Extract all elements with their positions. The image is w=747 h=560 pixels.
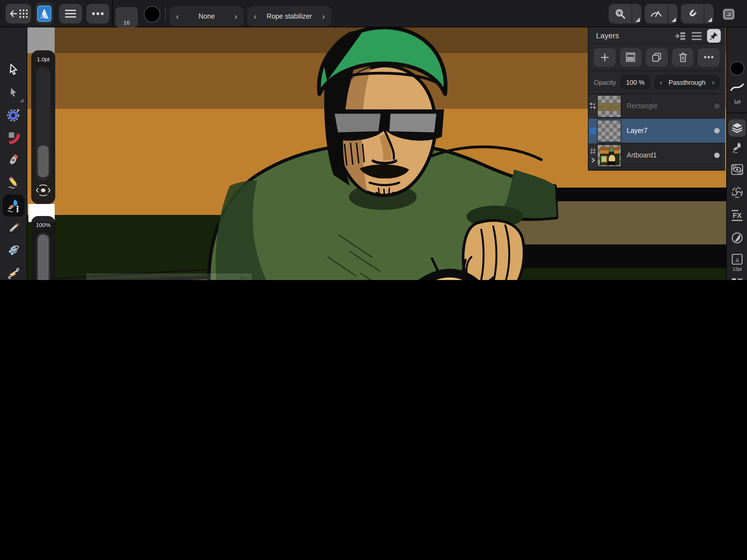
insert-target-icon[interactable] (674, 31, 686, 41)
blend-mode-stepper[interactable]: ‹ Passthrough › (654, 75, 720, 90)
layer-thumbnail (597, 95, 621, 117)
opacity-slider[interactable] (36, 232, 50, 280)
brush-size-field[interactable]: 16 (115, 7, 138, 27)
symmetry-stepper[interactable]: ‹ None › (170, 6, 244, 26)
mask-layer-button[interactable] (620, 48, 641, 67)
studio-tab-typography[interactable]: a (727, 253, 747, 265)
layer-name: Rectangle (627, 102, 714, 110)
back-home-button[interactable] (5, 4, 31, 24)
chevron-right-icon[interactable]: › (712, 78, 714, 86)
contour-tool[interactable] (3, 104, 25, 126)
symmetry-value: None (199, 12, 215, 20)
visibility-dot[interactable] (714, 128, 720, 133)
brush-size-value: 16 (123, 19, 130, 26)
list-options-icon[interactable] (691, 31, 702, 40)
opacity-row: Opacity 100 % ‹ Passthrough › (588, 71, 725, 94)
magnifier-icon (615, 8, 626, 19)
vector-brush-tool[interactable] (3, 195, 25, 217)
layers-more-button[interactable] (698, 48, 720, 67)
chevron-right-icon[interactable]: › (235, 12, 237, 20)
move-cursor-icon (7, 63, 20, 76)
stabilizer-value: Rope stabilizer (266, 12, 312, 20)
pin-panel-button[interactable] (707, 29, 721, 43)
svg-text:FX: FX (732, 211, 742, 220)
overlay-status-battery: 23% (239, 276, 247, 280)
add-layer-button[interactable] (594, 48, 616, 67)
move-tool[interactable] (3, 58, 25, 80)
layer-row-layer7[interactable]: Layer7 (588, 119, 725, 143)
studio-tab-paragraph[interactable] (727, 278, 747, 280)
duplicate-layer-button[interactable] (646, 48, 667, 67)
point-transform-tool[interactable] (3, 239, 25, 261)
pencil-icon (7, 176, 20, 189)
pencil-tool[interactable] (3, 172, 25, 194)
snapping-button[interactable] (681, 4, 704, 24)
current-brush-stroke[interactable] (727, 82, 747, 92)
studio-tab-fx[interactable]: FX (727, 209, 747, 222)
zoom-tool-button[interactable] (609, 4, 632, 24)
layer-name: Layer7 (627, 127, 714, 134)
opacity-slider-handle[interactable] (38, 235, 49, 280)
visibility-dot[interactable] (714, 153, 720, 158)
gauge-icon (650, 9, 662, 19)
delete-layer-button[interactable] (672, 48, 694, 67)
stabilizer-stepper[interactable]: ‹ Rope stabilizer › (247, 6, 331, 26)
vector-shape-badge-icon (588, 94, 597, 119)
chevron-left-icon[interactable]: ‹ (254, 12, 256, 20)
reference-image-overlay: 8:42 AM Sat Feb 24 en.wikipedia.org 23% … (86, 274, 252, 280)
paragraph-icon (731, 278, 743, 280)
studio-tab-brushes[interactable] (727, 142, 747, 154)
back-grid-icon (9, 8, 28, 19)
point-transform-icon (7, 244, 20, 256)
chevron-left-icon[interactable]: ‹ (660, 78, 662, 86)
stroke-preview-icon (730, 82, 744, 92)
chevron-right-icon[interactable]: › (322, 12, 325, 20)
knife-tool[interactable] (3, 217, 25, 239)
snapping-flyout[interactable] (704, 4, 714, 24)
pen-tool[interactable] (3, 149, 25, 171)
stroke-width-slider[interactable] (36, 67, 50, 180)
font-size-readout: 12pt (727, 266, 747, 272)
main-menu-button[interactable] (59, 4, 82, 24)
preview-eye-icon[interactable] (35, 184, 51, 196)
more-options-button[interactable] (86, 4, 109, 24)
overlay-status-left: 8:42 AM Sat Feb 24 (91, 276, 125, 280)
studio-tab-masking[interactable] (727, 164, 747, 175)
pixel-layer-badge-icon (588, 119, 597, 143)
node-tool[interactable] (3, 81, 25, 103)
layer-row-artboard1[interactable]: Artboard1 (588, 143, 725, 168)
studio-tab-colour[interactable] (727, 232, 747, 244)
window-mode-button[interactable] (723, 9, 735, 20)
visibility-dot[interactable] (714, 103, 720, 109)
fill-gradient-tool[interactable] (3, 262, 25, 280)
pasteboard-corner (27, 27, 55, 53)
magnet-icon (687, 8, 698, 19)
stroke-color-swatch[interactable] (144, 6, 160, 22)
preview-mode-button[interactable] (645, 4, 668, 24)
studio-tab-layers[interactable] (728, 119, 746, 137)
layers-panel-title: Layers (596, 31, 619, 40)
corner-icon (7, 131, 20, 144)
layers-actions-row (588, 44, 725, 71)
layer-row-rectangle[interactable]: Rectangle (588, 94, 725, 119)
swirl-icon (731, 186, 743, 199)
chevron-left-icon[interactable]: ‹ (176, 12, 179, 20)
mask-icon (625, 52, 636, 62)
window-icon (725, 11, 732, 18)
contrast-circle-icon (731, 232, 743, 244)
current-color-swatch[interactable] (727, 61, 747, 75)
stroke-width-slider-panel: 1.0pt (31, 50, 55, 204)
opacity-value-field[interactable]: 100 % (620, 75, 650, 90)
app-logo-button[interactable] (35, 2, 54, 25)
ellipsis-icon (704, 56, 714, 58)
studio-tab-adjustments[interactable] (727, 186, 747, 199)
zoom-tool-flyout[interactable] (632, 4, 641, 24)
stroke-width-slider-handle[interactable] (38, 146, 49, 177)
corner-tool[interactable] (3, 126, 25, 148)
preview-mode-flyout[interactable] (668, 4, 677, 24)
opacity-slider-panel: 100% (31, 216, 55, 280)
expand-chevron-icon[interactable] (590, 157, 595, 163)
color-circle-icon (730, 61, 744, 75)
character-icon: a (731, 253, 743, 265)
pen-icon (7, 154, 20, 167)
